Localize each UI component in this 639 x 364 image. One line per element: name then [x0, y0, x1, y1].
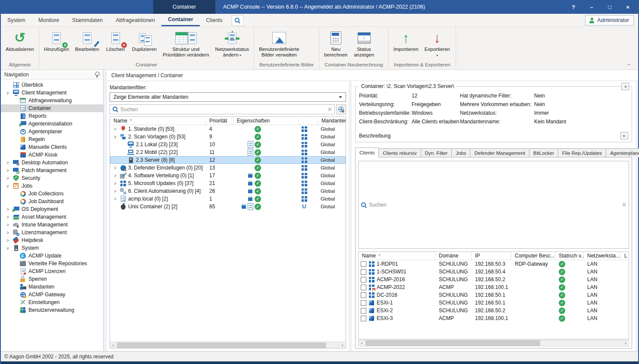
client-row[interactable]: DC-2016 SCHULUNG 192.168.50.1 LAN — [359, 291, 629, 299]
nav-tree-item[interactable]: Asset Management — [1, 213, 103, 221]
ribbon-collapse-button[interactable] — [624, 61, 632, 68]
nav-tree-item[interactable]: Helpdesk — [1, 236, 103, 244]
ribbon-button[interactable]: Statusanzeigen — [351, 28, 378, 59]
menu-item[interactable]: System — [1, 14, 32, 26]
container-row[interactable]: 4. Software Verteilung (0) [1] 17 — [110, 172, 346, 179]
column-header-eigenschaften[interactable]: Eigenschaften — [233, 117, 299, 125]
container-row[interactable]: 6. Client Automatisierung (0) [4] 26 — [110, 187, 346, 195]
nav-tree-item[interactable]: Lizenzmanagement — [1, 229, 103, 236]
ribbon-button[interactable]: Netzwerkstatusändern — [212, 28, 252, 59]
client-row[interactable]: ACMP-2016 SCHULUNG 192.168.50.2 LAN — [359, 276, 629, 283]
nav-tree-item[interactable]: Verteilte File Repositories — [1, 260, 103, 267]
nav-tree-item[interactable]: Sperren — [1, 275, 103, 283]
nav-tree-item[interactable]: Container — [1, 104, 103, 112]
expander-icon[interactable] — [113, 127, 118, 132]
ribbon-button[interactable]: Bearbeiten — [72, 28, 102, 59]
column-header-ip[interactable]: IP — [472, 252, 511, 260]
ribbon-button[interactable]: Duplizieren — [129, 28, 160, 59]
minimize-button[interactable]: – — [585, 4, 598, 10]
nav-tree-item[interactable]: Job Collections — [1, 190, 103, 198]
nav-tree-item[interactable]: Agentenplaner — [1, 128, 103, 135]
container-row[interactable]: 3. Defender Einstellugen (0) [20] 13 — [110, 164, 346, 172]
column-header-mandantenname[interactable]: Mandantenname — [318, 117, 346, 125]
nav-tree-item[interactable]: Regeln — [1, 135, 103, 143]
container-row[interactable]: acmp.local (0) [2] 1 — [110, 195, 346, 203]
column-header-netzwerkstatus[interactable]: Netzwerksta... — [584, 252, 621, 260]
ribbon-button[interactable]: Struktur undPrioritäten verändern — [160, 28, 212, 59]
column-header-os[interactable] — [299, 117, 318, 125]
detail-tab[interactable]: Dyn. Filter — [421, 148, 452, 157]
collapse-details-button[interactable] — [621, 83, 629, 90]
container-row[interactable]: 2.3 Server (8) [8] 12 — [110, 156, 346, 164]
expander-icon[interactable] — [113, 166, 118, 170]
container-row[interactable]: 1. Standorte (0) [53] 4 — [110, 125, 346, 133]
column-header-statisch[interactable]: Statisch v... — [555, 252, 584, 260]
clients-hscrollbar[interactable]: ‹ › — [358, 340, 629, 346]
menu-item[interactable]: Stammdaten — [66, 14, 109, 26]
column-header-prioritaet[interactable]: Priorität — [206, 117, 233, 125]
expander-icon[interactable] — [5, 176, 10, 181]
nav-tree-item[interactable]: Patch Management — [1, 166, 103, 174]
expander-icon[interactable] — [5, 246, 10, 251]
client-checkbox[interactable] — [361, 292, 366, 298]
container-hscrollbar[interactable]: ‹ › — [110, 342, 346, 348]
mandant-filter-select[interactable]: Zeige Elemente aller Mandanten — [110, 92, 346, 102]
menu-item[interactable]: Abfrageaktionen — [109, 14, 161, 26]
expander-icon[interactable] — [5, 91, 10, 95]
column-header-name[interactable]: Name — [359, 252, 435, 260]
ribbon-button[interactable]: Hinzufügen — [41, 28, 72, 59]
scroll-left-icon[interactable]: ‹ — [359, 340, 365, 346]
expander-icon[interactable] — [5, 238, 10, 243]
expander-icon[interactable] — [113, 135, 118, 139]
nav-tree-item[interactable]: Manuelle Clients — [1, 143, 103, 151]
expander-icon[interactable] — [5, 207, 10, 212]
expander-icon[interactable] — [113, 189, 118, 194]
ribbon-button[interactable]: BenutzerdefinierteBilder verwalten — [256, 28, 302, 59]
mandant-globe-button[interactable] — [336, 104, 346, 114]
administrator-button[interactable]: Administrator — [585, 15, 634, 25]
expander-icon[interactable] — [5, 230, 10, 235]
client-row[interactable]: 1-RDP01 SCHULUNG 192.168.50.3 RDP-Gatewa… — [359, 260, 629, 268]
client-checkbox[interactable] — [361, 316, 366, 321]
container-row[interactable]: Unix Container (2) [2] 65 — [110, 203, 346, 210]
nav-tree-item[interactable]: Benutzerverwaltung — [1, 306, 103, 314]
nav-tree-item[interactable]: Agenteninstallation — [1, 120, 103, 128]
detail-tab[interactable]: BitLocker — [529, 148, 558, 157]
clear-search-icon[interactable]: × — [622, 201, 626, 208]
nav-tree-item[interactable]: Überblick — [1, 81, 103, 89]
client-row[interactable]: ESXi-1 SCHULUNG 192.168.50.1 LAN — [359, 299, 629, 307]
nav-tree-item[interactable]: ACMP Update — [1, 252, 103, 260]
expander-icon[interactable] — [5, 160, 10, 165]
container-row[interactable]: 2.2 Mobil (22) [22] 11 — [110, 148, 346, 156]
ribbon-button[interactable]: Löschen — [102, 28, 129, 59]
nav-tree-item[interactable]: Mandanten — [1, 283, 103, 291]
menu-search-button[interactable] — [232, 15, 244, 26]
scroll-left-icon[interactable]: ‹ — [110, 342, 116, 348]
nav-tree-item[interactable]: Jobs — [1, 182, 103, 190]
detail-tab[interactable]: Jobs — [451, 148, 470, 157]
nav-tree-item[interactable]: Security — [1, 174, 103, 182]
nav-tree-item[interactable]: Reports — [1, 112, 103, 120]
nav-tree-item[interactable]: Einstellungen — [1, 298, 103, 306]
menu-item[interactable]: Container — [161, 14, 199, 26]
container-row[interactable]: 2.1 Lokal (23) [23] 10 — [110, 141, 346, 148]
client-checkbox[interactable] — [361, 300, 366, 306]
help-button[interactable]: ? — [567, 4, 579, 10]
expander-icon[interactable] — [5, 223, 10, 227]
nav-tree-item[interactable]: Abfrageverwaltung — [1, 97, 103, 104]
expander-icon[interactable] — [113, 197, 118, 201]
container-row[interactable]: 2. Scan Vorlagen (0) [53] 9 — [110, 133, 346, 141]
container-row[interactable]: 5. Microsoft Updates (0) [37] 21 — [110, 179, 346, 187]
column-header-name[interactable]: Name — [110, 117, 206, 125]
client-row[interactable]: 1-SCHSW01 SCHULUNG 192.168.50.4 LAN — [359, 268, 629, 276]
nav-tree-item[interactable]: ACMP Lizenzen — [1, 267, 103, 275]
expander-icon[interactable] — [5, 215, 10, 220]
detail-tab[interactable]: Agentenplaner — [606, 148, 639, 157]
expander-icon[interactable] — [5, 168, 10, 173]
container-search-input[interactable] — [120, 107, 326, 113]
detail-tab[interactable]: Defender Management — [470, 148, 529, 157]
client-checkbox[interactable] — [361, 285, 366, 290]
clients-search-input[interactable] — [369, 202, 620, 208]
close-button[interactable]: × — [622, 4, 634, 10]
ribbon-button[interactable]: Importieren — [390, 28, 422, 59]
